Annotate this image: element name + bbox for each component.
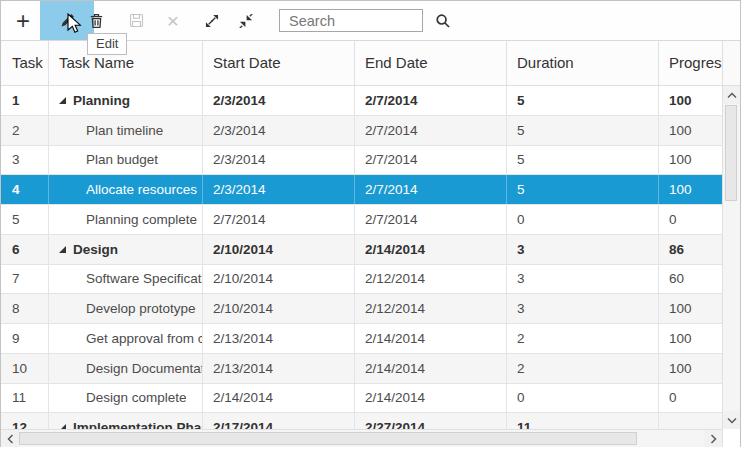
cell-progress: 100 bbox=[659, 294, 722, 323]
vertical-scrollbar[interactable] bbox=[722, 86, 740, 429]
collapse-all-button[interactable] bbox=[231, 1, 261, 40]
name-text: Software Specification bbox=[86, 271, 203, 286]
name-text: Design bbox=[73, 242, 118, 257]
cell-start: 2/3/2014 bbox=[203, 116, 355, 145]
cell-progress: 100 bbox=[659, 146, 722, 175]
cell-start: 2/10/2014 bbox=[203, 265, 355, 294]
table-row[interactable]: 4Allocate resources2/3/20142/7/20145100 bbox=[1, 175, 722, 205]
table-row[interactable]: 9Get approval from customer2/13/20142/14… bbox=[1, 324, 722, 354]
scrollbar-corner bbox=[722, 429, 740, 447]
progress-text: 100 bbox=[669, 301, 692, 316]
cell-end: 2/14/2014 bbox=[355, 384, 507, 413]
cell-id: 12 bbox=[1, 413, 49, 429]
end-text: 2/7/2014 bbox=[365, 182, 418, 197]
progress-text: 60 bbox=[669, 271, 684, 286]
column-header-progress[interactable]: Progress bbox=[659, 41, 722, 85]
collapse-triangle-icon[interactable] bbox=[59, 97, 66, 104]
name-text: Implementation Phase bbox=[73, 420, 203, 429]
end-text: 2/14/2014 bbox=[365, 331, 425, 346]
horizontal-scrollbar-thumb[interactable] bbox=[19, 432, 637, 445]
cell-start: 2/17/2014 bbox=[203, 413, 355, 429]
cell-name: Get approval from customer bbox=[49, 324, 203, 353]
end-text: 2/12/2014 bbox=[365, 271, 425, 286]
collapse-triangle-icon[interactable] bbox=[59, 246, 66, 253]
end-text: 2/7/2014 bbox=[365, 93, 418, 108]
cell-id: 4 bbox=[1, 175, 49, 204]
cell-end: 2/12/2014 bbox=[355, 294, 507, 323]
cell-start: 2/10/2014 bbox=[203, 235, 355, 264]
duration-text: 2 bbox=[517, 361, 525, 376]
start-text: 2/3/2014 bbox=[213, 93, 266, 108]
table-row[interactable]: 10Design Documentation2/13/20142/14/2014… bbox=[1, 354, 722, 384]
start-text: 2/3/2014 bbox=[213, 152, 266, 167]
table-row[interactable]: 7Software Specification2/10/20142/12/201… bbox=[1, 265, 722, 295]
cell-progress: 100 bbox=[659, 86, 722, 115]
column-header-duration[interactable]: Duration bbox=[507, 41, 659, 85]
scroll-up-button[interactable] bbox=[723, 86, 740, 104]
table-row[interactable]: 2Plan timeline2/3/20142/7/20145100 bbox=[1, 116, 722, 146]
cell-name: Design complete bbox=[49, 384, 203, 413]
header-scrollbar-filler bbox=[722, 41, 740, 86]
progress-text: 100 bbox=[669, 93, 692, 108]
id-text: 11 bbox=[12, 390, 26, 405]
start-text: 2/3/2014 bbox=[213, 182, 266, 197]
id-text: 8 bbox=[12, 301, 20, 316]
search-input[interactable] bbox=[279, 9, 423, 32]
duration-text: 5 bbox=[517, 93, 525, 108]
table-row[interactable]: 1Planning2/3/20142/7/20145100 bbox=[1, 86, 722, 116]
cell-id: 8 bbox=[1, 294, 49, 323]
cell-name: Allocate resources bbox=[49, 175, 203, 204]
cell-start: 2/3/2014 bbox=[203, 146, 355, 175]
cell-name: Develop prototype bbox=[49, 294, 203, 323]
id-text: 2 bbox=[12, 123, 20, 138]
name-text: Planning complete bbox=[86, 212, 197, 227]
cell-end: 2/7/2014 bbox=[355, 116, 507, 145]
cell-duration: 3 bbox=[507, 294, 659, 323]
cell-end: 2/14/2014 bbox=[355, 235, 507, 264]
cell-progress: 100 bbox=[659, 116, 722, 145]
table-row[interactable]: 3Plan budget2/3/20142/7/20145100 bbox=[1, 146, 722, 176]
cell-duration: 5 bbox=[507, 86, 659, 115]
table-row[interactable]: 11Design complete2/14/20142/14/201400 bbox=[1, 384, 722, 414]
start-text: 2/7/2014 bbox=[213, 212, 266, 227]
cell-end: 2/12/2014 bbox=[355, 265, 507, 294]
cell-start: 2/3/2014 bbox=[203, 86, 355, 115]
column-header-start-date[interactable]: Start Date bbox=[203, 41, 355, 85]
name-text: Develop prototype bbox=[86, 301, 196, 316]
start-text: 2/10/2014 bbox=[213, 242, 273, 257]
id-text: 7 bbox=[12, 271, 20, 286]
table-row[interactable]: 5Planning complete2/7/20142/7/201400 bbox=[1, 205, 722, 235]
cell-id: 6 bbox=[1, 235, 49, 264]
cell-start: 2/10/2014 bbox=[203, 294, 355, 323]
column-header-task-id[interactable]: Task Id bbox=[1, 41, 49, 85]
id-text: 1 bbox=[12, 93, 20, 108]
cell-end: 2/14/2014 bbox=[355, 324, 507, 353]
add-button[interactable]: + bbox=[5, 1, 41, 40]
search-icon bbox=[435, 13, 451, 29]
name-text: Get approval from customer bbox=[86, 331, 203, 346]
name-text: Plan timeline bbox=[86, 123, 163, 138]
horizontal-scrollbar[interactable] bbox=[1, 429, 722, 447]
cell-id: 7 bbox=[1, 265, 49, 294]
cancel-button[interactable]: × bbox=[158, 1, 188, 40]
progress-text: 100 bbox=[669, 361, 692, 376]
table-row[interactable]: 6Design2/10/20142/14/2014386 bbox=[1, 235, 722, 265]
cell-duration: 5 bbox=[507, 175, 659, 204]
start-text: 2/13/2014 bbox=[213, 361, 273, 376]
scroll-left-button[interactable] bbox=[1, 430, 19, 447]
table-row[interactable]: 8Develop prototype2/10/20142/12/20143100 bbox=[1, 294, 722, 324]
scroll-right-button[interactable] bbox=[704, 430, 722, 447]
table-row[interactable]: 12Implementation Phase2/17/20142/27/2014… bbox=[1, 413, 722, 429]
start-text: 2/13/2014 bbox=[213, 331, 273, 346]
progress-text: 100 bbox=[669, 331, 692, 346]
expand-all-button[interactable] bbox=[197, 1, 227, 40]
cell-duration: 0 bbox=[507, 384, 659, 413]
duration-text: 3 bbox=[517, 301, 525, 316]
progress-text: 100 bbox=[669, 123, 692, 138]
search-box bbox=[279, 9, 423, 32]
scroll-down-button[interactable] bbox=[723, 411, 740, 429]
id-text: 4 bbox=[12, 182, 20, 197]
column-header-end-date[interactable]: End Date bbox=[355, 41, 507, 85]
search-button[interactable] bbox=[429, 1, 457, 40]
vertical-scrollbar-thumb[interactable] bbox=[725, 105, 737, 201]
